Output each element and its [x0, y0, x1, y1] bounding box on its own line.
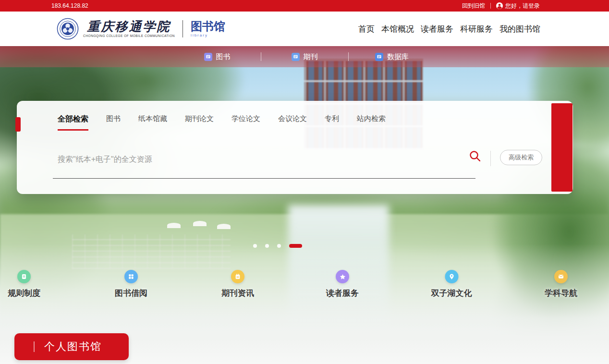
library-homepage: 183.64.128.82 回到旧馆 您好，请登录 — [0, 0, 609, 364]
topbar-divider — [490, 3, 491, 9]
quicklink-journals[interactable]: 期刊 — [261, 52, 348, 61]
tab-patents[interactable]: 专利 — [325, 114, 339, 131]
personal-library-label: 个人图书馆 — [44, 340, 102, 354]
main-nav: 首页 本馆概况 读者服务 科研服务 我的图书馆 — [358, 24, 540, 35]
carousel-indicators — [253, 244, 302, 248]
hero-treeline — [0, 188, 609, 253]
library-name-block: 图书馆 library — [191, 21, 225, 37]
grid-icon — [124, 270, 138, 283]
hero-lake — [0, 214, 609, 327]
notebook-icon — [231, 270, 244, 283]
shortcut-label: 学科导航 — [545, 288, 577, 299]
school-emblem-icon — [57, 18, 79, 40]
user-icon — [496, 2, 503, 9]
nav-item-my-library[interactable]: 我的图书馆 — [499, 24, 540, 35]
shortcut-subject-guide[interactable]: 学科导航 — [545, 270, 577, 299]
logo-divider — [183, 20, 183, 37]
school-name-block: 重庆移通学院 CHONGQING COLLEGE OF MOBILE COMMU… — [83, 20, 175, 37]
library-name-en: library — [191, 33, 225, 37]
search-tabs: 全部检索 图书 纸本馆藏 期刊论文 学位论文 会议论文 专利 站内检索 — [58, 114, 386, 131]
tab-books[interactable]: 图书 — [106, 114, 121, 131]
carousel-dot-4-active[interactable] — [289, 244, 302, 248]
search-panel: 全部检索 图书 纸本馆藏 期刊论文 学位论文 会议论文 专利 站内检索 高级检索 — [17, 101, 573, 194]
database-icon — [375, 53, 383, 61]
journal-icon — [292, 53, 300, 61]
hero-banner: 图书 期刊 数据库 全部检索 图书 纸本馆藏 — [0, 46, 609, 364]
shortcut-label: 期刊资讯 — [221, 288, 254, 299]
carousel-dot-2[interactable] — [265, 244, 269, 248]
star-icon — [336, 270, 349, 283]
quicklink-label: 期刊 — [304, 52, 318, 61]
shortcut-label: 双子湖文化 — [431, 288, 472, 299]
nav-item-overview[interactable]: 本馆概况 — [381, 24, 414, 35]
tab-all-search[interactable]: 全部检索 — [58, 114, 88, 131]
hero-pier — [72, 234, 231, 269]
tab-theses[interactable]: 学位论文 — [231, 114, 260, 131]
old-site-link[interactable]: 回到旧馆 — [462, 2, 485, 10]
quicklink-label: 图书 — [216, 52, 231, 61]
topbar: 183.64.128.82 回到旧馆 您好，请登录 — [0, 0, 609, 12]
nav-item-home[interactable]: 首页 — [358, 24, 375, 35]
site-logo[interactable]: 重庆移通学院 CHONGQING COLLEGE OF MOBILE COMMU… — [57, 18, 225, 40]
hero-umbrella — [167, 223, 181, 228]
button-accent-bar — [34, 341, 35, 352]
hero-umbrella — [217, 224, 231, 229]
book-icon — [204, 53, 212, 61]
shortcut-reader-services[interactable]: 读者服务 — [326, 270, 359, 299]
search-input-wrapper — [53, 145, 475, 179]
carousel-dot-3[interactable] — [277, 244, 281, 248]
login-link[interactable]: 您好，请登录 — [496, 2, 540, 10]
nav-item-research-services[interactable]: 科研服务 — [460, 24, 493, 35]
search-divider — [490, 151, 491, 166]
search-button[interactable] — [467, 149, 483, 164]
school-name-cn: 重庆移通学院 — [87, 20, 171, 33]
search-icon — [469, 150, 481, 162]
site-header: 重庆移通学院 CHONGQING COLLEGE OF MOBILE COMMU… — [0, 12, 609, 46]
shortcut-twin-lake-culture[interactable]: 双子湖文化 — [431, 270, 472, 299]
personal-library-button[interactable]: 个人图书馆 — [14, 333, 129, 360]
location-pin-icon — [445, 270, 458, 283]
hero-trees-far — [211, 188, 586, 265]
side-banner[interactable] — [551, 103, 572, 192]
shortcut-label: 读者服务 — [326, 288, 359, 299]
mail-icon — [554, 270, 568, 283]
panel-left-notch — [15, 117, 21, 132]
tab-site-search[interactable]: 站内检索 — [357, 114, 386, 131]
quicklinks-strip: 图书 期刊 数据库 — [0, 46, 609, 67]
nav-item-reader-services[interactable]: 读者服务 — [421, 24, 453, 35]
document-icon — [17, 270, 31, 283]
tab-conference-papers[interactable]: 会议论文 — [278, 114, 307, 131]
quicklink-databases[interactable]: 数据库 — [349, 52, 436, 61]
tab-print-collection[interactable]: 纸本馆藏 — [138, 114, 167, 131]
greeting-text: 您好，请登录 — [505, 2, 540, 10]
carousel-dot-1[interactable] — [253, 244, 257, 248]
hero-umbrella — [193, 221, 207, 226]
shortcut-label: 图书借阅 — [115, 288, 147, 299]
shortcut-rules[interactable]: 规则制度 — [8, 270, 40, 299]
tab-journal-articles[interactable]: 期刊论文 — [185, 114, 214, 131]
advanced-search-button[interactable]: 高级检索 — [500, 150, 542, 165]
shortcut-book-borrowing[interactable]: 图书借阅 — [115, 270, 147, 299]
shortcut-label: 规则制度 — [8, 288, 40, 299]
library-name-cn: 图书馆 — [191, 21, 225, 32]
school-name-en: CHONGQING COLLEGE OF MOBILE COMMUNICATIO… — [83, 34, 175, 37]
ip-address: 183.64.128.82 — [51, 2, 88, 9]
quicklink-label: 数据库 — [387, 52, 409, 61]
shortcut-journal-news[interactable]: 期刊资讯 — [221, 270, 254, 299]
quicklink-books[interactable]: 图书 — [174, 52, 261, 61]
search-input[interactable] — [53, 145, 475, 167]
